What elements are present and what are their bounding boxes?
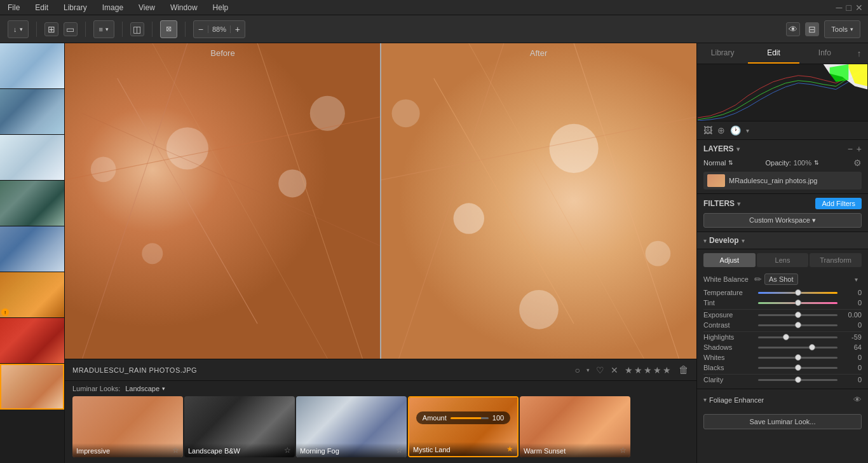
panel-image-icon[interactable]: 🖼 — [703, 125, 712, 135]
delete-button[interactable]: 🗑 — [679, 364, 689, 376]
thumbnail-item[interactable] — [0, 135, 64, 181]
before-after-layout-button[interactable]: ◫ — [130, 22, 144, 36]
layers-add-button[interactable]: + — [857, 144, 862, 154]
svg-point-15 — [646, 241, 671, 266]
look-item-mystic-land[interactable]: Amount 100 Mystic Land ★ — [408, 396, 519, 457]
thumbnail-item[interactable]: ! — [0, 272, 64, 318]
shadows-slider[interactable] — [758, 347, 837, 349]
preview-button[interactable]: 👁 — [786, 22, 800, 36]
look-favorite-sunset[interactable]: ☆ — [620, 446, 627, 455]
tab-info[interactable]: Info — [799, 43, 850, 64]
look-favorite-mystic[interactable]: ★ — [506, 445, 513, 453]
look-item-morning-fog[interactable]: Morning Fog ☆ — [296, 396, 407, 457]
star-3[interactable]: ★ — [644, 365, 652, 375]
zoom-out-button[interactable]: − — [194, 21, 208, 38]
layer-settings-icon[interactable]: ⚙ — [853, 158, 862, 168]
panel-clock-icon[interactable]: 🕐 — [730, 125, 741, 135]
temperature-thumb[interactable] — [795, 289, 801, 296]
blacks-thumb[interactable] — [795, 364, 801, 371]
look-name-bw: Landscape B&W — [188, 447, 240, 455]
tint-thumb[interactable] — [795, 300, 801, 306]
look-favorite-fog[interactable]: ☆ — [396, 446, 403, 455]
custom-workspace-button[interactable]: Custom Workspace ▾ — [703, 213, 862, 228]
looks-category[interactable]: Landscape ▾ — [125, 385, 165, 392]
layers-chevron[interactable]: ▾ — [736, 146, 740, 153]
image-divider[interactable] — [380, 43, 381, 359]
clarity-thumb[interactable] — [795, 377, 801, 383]
tools-button[interactable]: Tools ▾ — [824, 20, 860, 38]
star-5[interactable]: ★ — [663, 365, 671, 375]
look-favorite-bw[interactable]: ☆ — [284, 446, 291, 455]
whites-slider[interactable] — [758, 357, 837, 359]
heart-icon[interactable]: ♡ — [596, 365, 604, 375]
highlights-label: Highlights — [703, 333, 754, 341]
layers-minimize-button[interactable]: − — [848, 144, 853, 154]
contrast-row: Contrast 0 — [703, 321, 862, 329]
compare-button[interactable]: ⊟ — [805, 22, 819, 36]
blacks-slider[interactable] — [758, 367, 837, 369]
star-2[interactable]: ★ — [634, 365, 642, 375]
before-after-button[interactable]: ⊠ — [160, 20, 177, 38]
exposure-thumb[interactable] — [795, 312, 801, 318]
look-item-landscape-bw[interactable]: Landscape B&W ☆ — [184, 396, 295, 457]
develop-header[interactable]: ▾ Develop ▾ — [697, 232, 868, 249]
share-button[interactable]: ↑ — [850, 43, 868, 64]
contrast-thumb[interactable] — [795, 322, 801, 328]
star-4[interactable]: ★ — [653, 365, 661, 375]
reject-icon[interactable]: ✕ — [611, 365, 618, 375]
grid-view-button[interactable]: ⊞ — [44, 22, 58, 36]
menu-image[interactable]: Image — [100, 2, 126, 13]
look-favorite-impressive[interactable]: ☆ — [172, 446, 179, 455]
add-filters-button[interactable]: Add Filters — [815, 198, 862, 209]
menu-file[interactable]: File — [5, 2, 22, 13]
temperature-slider[interactable] — [758, 292, 837, 294]
flag-chevron[interactable]: ▾ — [587, 367, 590, 373]
blend-mode-selector[interactable]: Normal ⇅ — [703, 159, 733, 167]
thumbnail-item-active[interactable] — [0, 364, 64, 410]
tab-library[interactable]: Library — [697, 43, 748, 64]
highlights-thumb[interactable] — [783, 334, 789, 340]
dev-tab-adjust[interactable]: Adjust — [703, 253, 756, 267]
exposure-slider[interactable] — [758, 314, 837, 316]
menu-view[interactable]: View — [136, 2, 158, 13]
look-item-warm-sunset[interactable]: Warm Sunset ☆ — [520, 396, 630, 457]
contrast-slider[interactable] — [758, 324, 837, 326]
dev-tab-transform[interactable]: Transform — [810, 253, 862, 267]
opacity-chevron: ⇅ — [814, 160, 819, 166]
thumbnail-item[interactable] — [0, 43, 64, 89]
single-view-button[interactable]: ▭ — [64, 22, 78, 36]
zoom-in-button[interactable]: + — [231, 21, 245, 38]
exposure-label: Exposure — [703, 311, 754, 319]
wb-select[interactable]: As Shot — [764, 273, 798, 285]
foliage-visibility-icon[interactable]: 👁 — [853, 395, 862, 404]
wb-eyedropper-icon[interactable]: ✏ — [754, 274, 762, 284]
clarity-slider[interactable] — [758, 379, 837, 381]
tint-slider[interactable] — [758, 302, 837, 304]
foliage-header[interactable]: ▾ Foliage Enhancer 👁 — [703, 392, 862, 408]
panel-layers-icon[interactable]: ⊕ — [717, 125, 725, 135]
dev-tab-lens[interactable]: Lens — [757, 253, 809, 267]
amount-slider[interactable] — [451, 417, 489, 419]
thumbnail-item[interactable] — [0, 181, 64, 226]
save-look-button[interactable]: Save Luminar Look... — [703, 414, 862, 429]
thumbnail-item[interactable] — [0, 226, 64, 272]
filters-chevron[interactable]: ▾ — [737, 200, 740, 207]
menu-library[interactable]: Library — [61, 2, 90, 13]
thumbnail-item[interactable] — [0, 89, 64, 135]
menu-window[interactable]: Window — [168, 2, 200, 13]
whites-thumb[interactable] — [795, 354, 801, 361]
whites-row: Whites 0 — [703, 354, 862, 361]
thumbnail-item[interactable] — [0, 318, 64, 364]
star-1[interactable]: ★ — [625, 365, 633, 375]
tab-edit[interactable]: Edit — [748, 43, 799, 64]
shadows-thumb[interactable] — [809, 344, 815, 350]
view-options-button[interactable]: ≡▾ — [93, 20, 114, 38]
panel-icons-chevron[interactable]: ▾ — [746, 127, 749, 134]
flag-icon[interactable]: ○ — [575, 365, 580, 375]
menu-edit[interactable]: Edit — [32, 2, 51, 13]
highlights-slider[interactable] — [758, 336, 837, 338]
menu-help[interactable]: Help — [210, 2, 231, 13]
import-button[interactable]: ↓ ▾ — [8, 20, 29, 38]
filters-title: FILTERS ▾ — [703, 199, 740, 208]
look-item-impressive[interactable]: Impressive ☆ — [72, 396, 183, 457]
